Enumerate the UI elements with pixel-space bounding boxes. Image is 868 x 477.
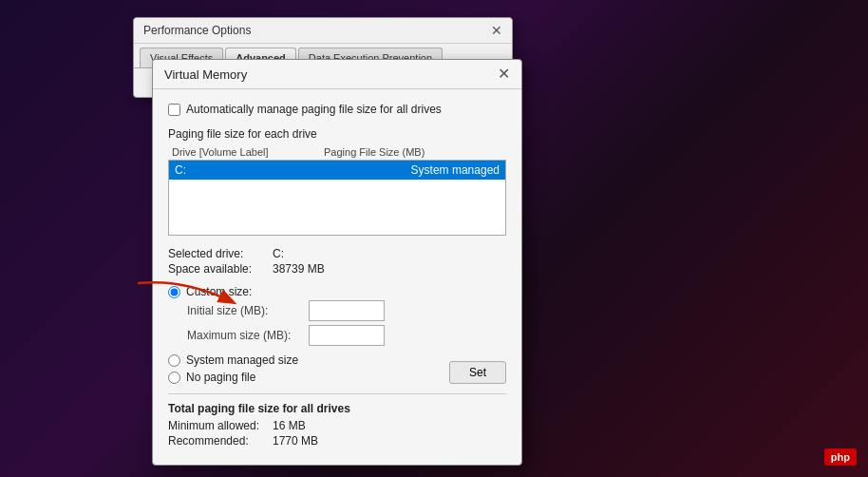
min-allowed-value: 16 MB xyxy=(273,419,506,432)
virtual-memory-dialog: Virtual Memory ✕ Automatically manage pa… xyxy=(152,59,522,466)
table-row[interactable]: C: System managed xyxy=(169,161,505,180)
no-paging-label: No paging file xyxy=(186,371,255,384)
php-badge: php xyxy=(824,448,857,466)
auto-manage-checkbox[interactable] xyxy=(168,104,180,116)
total-paging-title: Total paging file size for all drives xyxy=(168,402,506,415)
max-size-row: Maximum size (MB): xyxy=(187,325,506,346)
initial-size-label: Initial size (MB): xyxy=(187,304,301,317)
drive-cell: C: xyxy=(175,163,327,177)
recommended-value: 1770 MB xyxy=(273,434,506,448)
paging-section-label: Paging file size for each drive xyxy=(168,127,506,141)
vm-table-header: Drive [Volume Label] Paging File Size (M… xyxy=(168,144,506,160)
auto-manage-label: Automatically manage paging file size fo… xyxy=(186,103,442,116)
radio-set-section: System managed size No paging file Set xyxy=(168,353,506,384)
drive-col-header: Drive [Volume Label] xyxy=(172,146,324,158)
perf-options-titlebar: Performance Options ✕ xyxy=(134,18,512,44)
vm-close-button[interactable]: ✕ xyxy=(498,67,510,82)
selected-drive-value: C: xyxy=(273,247,506,260)
initial-size-row: Initial size (MB): xyxy=(187,300,506,321)
total-paging-section: Total paging file size for all drives Mi… xyxy=(168,393,506,448)
system-managed-radio[interactable] xyxy=(168,354,180,367)
radio-options: System managed size No paging file xyxy=(168,353,298,384)
vm-drive-list[interactable]: C: System managed xyxy=(168,160,506,236)
size-cell: System managed xyxy=(327,163,500,177)
no-paging-radio[interactable] xyxy=(168,372,180,384)
auto-manage-row: Automatically manage paging file size fo… xyxy=(168,103,506,116)
selected-drive-label: Selected drive: xyxy=(168,247,273,260)
drive-info-section: Selected drive: C: Space available: 3873… xyxy=(168,247,506,276)
vm-body: Automatically manage paging file size fo… xyxy=(153,89,521,465)
initial-size-input[interactable] xyxy=(309,300,385,321)
no-paging-radio-row: No paging file xyxy=(168,371,298,384)
space-available-value: 38739 MB xyxy=(273,262,506,276)
max-size-input[interactable] xyxy=(309,325,385,346)
system-managed-label: System managed size xyxy=(186,353,298,367)
space-available-label: Space available: xyxy=(168,262,273,276)
max-size-label: Maximum size (MB): xyxy=(187,329,301,342)
vm-titlebar: Virtual Memory ✕ xyxy=(153,60,521,89)
recommended-label: Recommended: xyxy=(168,434,273,448)
min-allowed-label: Minimum allowed: xyxy=(168,419,273,432)
system-managed-radio-row: System managed size xyxy=(168,353,298,367)
set-button[interactable]: Set xyxy=(449,361,506,384)
size-col-header: Paging File Size (MB) xyxy=(324,146,502,158)
custom-size-radio[interactable] xyxy=(168,286,180,298)
custom-size-label: Custom size: xyxy=(186,285,252,298)
custom-size-radio-row: Custom size: xyxy=(168,285,506,298)
total-paging-info: Minimum allowed: 16 MB Recommended: 1770… xyxy=(168,419,506,448)
vm-title: Virtual Memory xyxy=(164,67,247,82)
custom-size-section: Custom size: Initial size (MB): Maximum … xyxy=(168,285,506,346)
perf-options-title: Performance Options xyxy=(143,24,251,37)
perf-options-close-button[interactable]: ✕ xyxy=(491,24,502,37)
